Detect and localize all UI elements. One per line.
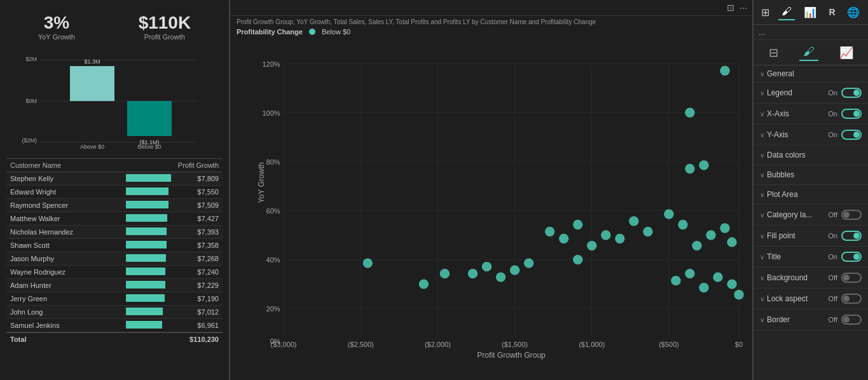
yoy-growth-label: YoY Growth (38, 33, 75, 41)
svg-point-67 (482, 262, 492, 271)
right-more: ... (754, 25, 868, 40)
cell-name: Samuel Jenkins (6, 319, 122, 332)
scatter-chart-container: YoY Growth 120% 100% 80% 60% 40% 20% 0% (230, 37, 752, 380)
more-options-icon[interactable]: ··· (740, 3, 747, 13)
svg-point-63 (573, 255, 582, 264)
format-row-background[interactable]: ∨ Background Off (754, 268, 868, 288)
format-row-border[interactable]: ∨ Border Off (754, 309, 868, 330)
format-label-9: Background (767, 273, 808, 282)
format-right-8: On (828, 252, 862, 262)
format-icon[interactable]: 🖌 (778, 4, 795, 20)
format-row-left-7: ∨ Fill point (760, 231, 796, 240)
table-footer: Total $110,230 (6, 332, 223, 346)
format-row-bubbles[interactable]: ∨ Bubbles (754, 165, 868, 185)
svg-point-40 (685, 108, 694, 118)
cell-bar (122, 306, 175, 319)
format-row-legend[interactable]: ∨ Legend On (754, 83, 868, 104)
toggle-11[interactable] (841, 315, 862, 325)
toggle-0[interactable] (841, 88, 862, 98)
format-status-11: Off (829, 316, 837, 323)
bar-chart-svg: $2M $0M ($2M) $1.3M ($1.1M) Above $0 Bel… (19, 50, 210, 152)
profit-growth-value: $110K (139, 13, 191, 33)
toggle-6[interactable] (841, 210, 862, 220)
format-right-6: Off (829, 210, 862, 220)
format-label-10: Lock aspect (767, 294, 808, 303)
format-row-left-8: ∨ Title (760, 252, 781, 261)
svg-point-47 (615, 234, 624, 243)
table-row: Edward Wright $7,550 (6, 186, 223, 199)
table-row: Matthew Walker $7,427 (6, 212, 223, 226)
format-row-category_la[interactable]: ∨ Category la... Off (754, 205, 868, 226)
svg-text:($1,500): ($1,500) (502, 341, 528, 348)
more-label: ... (759, 27, 766, 37)
toggle-1[interactable] (841, 109, 862, 119)
footer-value: $110,230 (189, 336, 219, 343)
format-chevron-11: ∨ (760, 316, 764, 323)
toggle-2[interactable] (841, 130, 862, 140)
svg-text:($2,500): ($2,500) (348, 341, 374, 348)
format-row-x-axis[interactable]: ∨ X-Axis On (754, 104, 868, 125)
format-row-lock_aspect[interactable]: ∨ Lock aspect Off (754, 288, 868, 309)
svg-text:$0: $0 (735, 341, 743, 348)
profit-growth-kpi: $110K Profit Growth (139, 13, 191, 41)
toggle-7[interactable] (841, 231, 862, 241)
cell-value: $7,012 (175, 306, 223, 319)
cell-value: $7,427 (175, 212, 223, 226)
tab-general[interactable]: ⊟ (765, 44, 782, 61)
svg-point-39 (720, 66, 729, 76)
svg-text:Profit Growth Group: Profit Growth Group (477, 351, 546, 360)
svg-point-60 (713, 272, 722, 282)
toggle-9[interactable] (841, 273, 862, 283)
format-status-6: Off (829, 211, 837, 219)
svg-point-56 (727, 237, 736, 247)
analytics-icon[interactable]: 📊 (801, 4, 820, 20)
svg-text:80%: 80% (266, 158, 280, 166)
tab-data[interactable]: 📈 (836, 44, 857, 61)
format-row-fill_point[interactable]: ∨ Fill point On (754, 226, 868, 247)
format-row-title[interactable]: ∨ Title On (754, 247, 868, 268)
format-status-8: On (828, 253, 837, 261)
format-right-0: On (828, 88, 862, 98)
format-label-8: Title (767, 252, 781, 261)
legend-title: Profitability Change (237, 28, 303, 36)
cell-bar (122, 266, 175, 279)
svg-text:($2M): ($2M) (22, 137, 37, 144)
format-row-left-4: ∨ Bubbles (760, 170, 794, 179)
svg-text:Above $0: Above $0 (80, 144, 104, 150)
toggle-8[interactable] (841, 252, 862, 262)
cell-name: Raymond Spencer (6, 199, 122, 212)
cell-name: Jason Murphy (6, 252, 122, 266)
format-row-y-axis[interactable]: ∨ Y-Axis On (754, 125, 868, 146)
table-row: Shawn Scott $7,358 (6, 239, 223, 252)
svg-point-45 (643, 227, 652, 236)
format-row-left-1: ∨ X-Axis (760, 109, 789, 118)
below-bar (127, 101, 172, 136)
general-chevron: ∨ (760, 71, 764, 78)
format-row-left-0: ∨ Legend (760, 88, 792, 97)
r-icon[interactable]: R (825, 5, 838, 19)
left-panel: 3% YoY Growth $110K Profit Growth $2M $0… (0, 0, 229, 380)
format-chevron-8: ∨ (760, 254, 764, 261)
general-label: General (767, 69, 794, 78)
svg-point-46 (629, 216, 638, 226)
format-row-left-10: ∨ Lock aspect (760, 294, 808, 303)
globe-icon[interactable]: 🌐 (844, 4, 863, 20)
svg-point-44 (678, 220, 687, 229)
format-chevron-10: ∨ (760, 295, 764, 302)
tab-format[interactable]: 🖌 (799, 44, 818, 61)
format-chevron-7: ∨ (760, 233, 764, 240)
maximize-icon[interactable]: ⊡ (727, 3, 734, 13)
format-right-10: Off (829, 294, 862, 304)
svg-point-50 (573, 220, 582, 229)
chart-caption: Profit Growth Group, YoY Growth, Total S… (230, 16, 752, 27)
cell-name: Stephen Kelly (6, 172, 122, 186)
format-row-plot_area[interactable]: ∨ Plot Area (754, 185, 868, 205)
toggle-10[interactable] (841, 294, 862, 304)
svg-point-61 (727, 279, 736, 288)
svg-text:100%: 100% (262, 109, 280, 117)
fields-icon[interactable]: ⊞ (758, 4, 773, 20)
cell-name: Nicholas Hernandez (6, 226, 122, 239)
format-row-data_colors[interactable]: ∨ Data colors (754, 146, 868, 165)
format-label-2: Y-Axis (767, 130, 789, 139)
col-customer-name: Customer Name (6, 159, 122, 172)
